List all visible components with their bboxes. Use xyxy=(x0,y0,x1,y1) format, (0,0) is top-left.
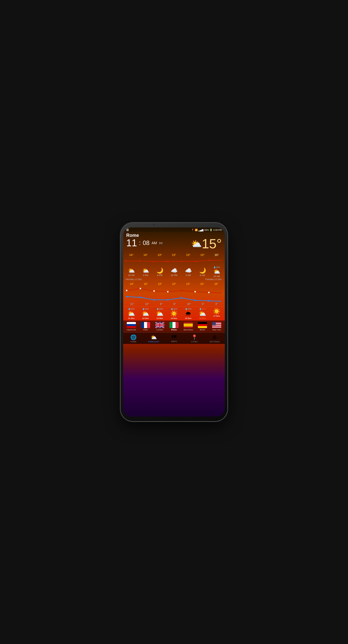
nav-label-forecast: FORECAST xyxy=(148,341,159,343)
daily-low-graph xyxy=(124,293,224,302)
hourly-time-4: 2 AM xyxy=(186,274,191,277)
settings-icon: ⚙ xyxy=(212,334,217,340)
daily-rain-1: 💧40% xyxy=(142,308,149,310)
hourly-time-1: 2 PM xyxy=(143,274,148,277)
city-item-barcelona[interactable]: Barcelona xyxy=(181,322,195,331)
hourly-icon-0: ⛅ xyxy=(128,267,135,274)
svg-point-5 xyxy=(195,261,196,262)
daily-card-3[interactable]: 💧10% ☀️ 14 Dec xyxy=(167,308,181,319)
nav-settings[interactable]: ⚙ SETTINGS xyxy=(204,333,225,344)
camera xyxy=(153,224,155,226)
hourly-time-6: 10 AM xyxy=(213,275,220,278)
temp-2: 13° xyxy=(158,253,162,256)
high-4: 13° xyxy=(186,283,190,285)
daily-card-2[interactable]: 💧55% ⛅ 13 Dec xyxy=(153,308,167,319)
svg-point-14 xyxy=(126,296,128,297)
city-label-ulyanovsk: Ulyanovsk xyxy=(127,329,136,331)
hourly-icon-2: 🌙 xyxy=(156,267,163,274)
home-icon: 🌐 xyxy=(130,334,137,340)
svg-point-17 xyxy=(167,299,169,301)
flag-spain xyxy=(184,322,193,328)
battery-icon: 🔋 xyxy=(210,229,212,231)
city-item-berlin[interactable]: Berlin xyxy=(195,322,210,331)
daily-card-icon-2: ⛅ xyxy=(156,310,164,317)
hourly-icon-5: 🌙 xyxy=(199,267,206,274)
low-3: 6° xyxy=(173,303,176,305)
flag-germany xyxy=(198,322,207,328)
hourly-item-1[interactable]: ⛅ 2 PM xyxy=(139,267,152,277)
hourly-item-2[interactable]: 🌙 6 PM xyxy=(153,267,166,277)
daily-highs-row: 14° 16° 13° 12° 13° 12° 10° xyxy=(124,283,224,285)
low-0: 11° xyxy=(130,303,134,305)
hourly-top-temps: 14° 14° 13° 13° 13° 13° 15° xyxy=(123,253,225,265)
hourly-item-5[interactable]: 🌙 6 AM xyxy=(196,267,209,277)
hourly-row: ⛅ 10 AM ⛅ 2 PM 🌙 6 PM ☁️ 10 PM xyxy=(123,266,225,278)
nav-forecast[interactable]: ⛅ FORECAST xyxy=(144,333,164,344)
svg-rect-35 xyxy=(212,327,221,327)
high-5: 12° xyxy=(200,283,204,285)
low-2: 6° xyxy=(160,303,163,305)
nav-maps[interactable]: 🗺 MAPS xyxy=(164,333,184,344)
flag-uk xyxy=(155,322,164,328)
wifi-icon: 📶 xyxy=(195,229,198,231)
daily-graph-section: 14° 16° 13° 12° 13° 12° 10° xyxy=(123,282,225,305)
high-6: 10° xyxy=(214,283,218,285)
daily-card-1[interactable]: 💧40% ⛅ 12 Dec xyxy=(138,308,153,319)
svg-point-1 xyxy=(139,260,140,262)
svg-point-20 xyxy=(208,300,210,302)
daily-rain-4: 💧75% xyxy=(185,308,192,310)
daily-card-date-1: 12 Dec xyxy=(142,317,149,319)
city-label-barcelona: Barcelona xyxy=(184,329,193,331)
nav-home[interactable]: 🌐 HOME xyxy=(123,333,144,344)
temp-graph-svg xyxy=(123,256,225,264)
daily-card-0[interactable]: 💧50% ⛅ 11 Dec xyxy=(124,308,138,319)
main-temp-section: ⛅ 15° xyxy=(123,236,225,251)
hourly-item-0[interactable]: ⛅ 10 AM xyxy=(125,267,138,277)
hourly-item-3[interactable]: ☁️ 10 PM xyxy=(167,267,181,277)
svg-point-18 xyxy=(181,297,182,299)
phone-frame: 🖼 📍 📶 ▂▄▆ 89% 🔋 2:08 PM Rome 11 : 08 AM xyxy=(121,223,227,421)
city-item-ulyanovsk[interactable]: Ulyanovsk xyxy=(124,322,138,331)
hourly-item-6[interactable]: 💧15% ⛅ 10 AM xyxy=(210,266,223,278)
hourly-item-4[interactable]: ☁️ 2 AM xyxy=(182,267,195,277)
maps-icon: 🗺 xyxy=(171,334,177,340)
daily-lows-row: 11° 12° 6° 6° 10° 5° 3° xyxy=(124,303,224,305)
phone-screen: 🖼 📍 📶 ▂▄▆ 89% 🔋 2:08 PM Rome 11 : 08 AM xyxy=(123,227,225,417)
city-item-newyork[interactable]: New York xyxy=(210,322,224,331)
bottom-nav: 🌐 HOME ⛅ FORECAST 🗺 MAPS 📍 CITIES ⚙ xyxy=(123,332,225,344)
city-label-london: London xyxy=(156,329,163,331)
daily-card-date-5: 16 Dec xyxy=(199,317,206,319)
status-icons: 📍 📶 ▂▄▆ 89% 🔋 2:08 PM xyxy=(191,229,222,231)
hourly-time-5: 6 AM xyxy=(200,274,205,277)
city-item-rome[interactable]: Rome xyxy=(167,322,181,331)
city-label-berlin: Berlin xyxy=(200,329,205,331)
low-4: 10° xyxy=(187,303,191,305)
daily-rain-3: 💧10% xyxy=(171,308,177,310)
city-item-london[interactable]: London xyxy=(153,322,167,331)
daily-card-icon-3: ☀️ xyxy=(170,310,178,317)
svg-point-0 xyxy=(125,260,126,262)
daily-rain-0: 💧50% xyxy=(128,308,135,310)
low-6: 3° xyxy=(215,303,218,305)
hourly-date-row: Monday 11 Dec. Tuesday 12 Dec. xyxy=(123,278,225,281)
svg-point-2 xyxy=(153,261,154,262)
city-item-paris[interactable]: Paris xyxy=(138,322,153,331)
status-bar: 🖼 📍 📶 ▂▄▆ 89% 🔋 2:08 PM xyxy=(123,227,225,232)
nav-cities[interactable]: 📍 CITIES xyxy=(184,333,204,344)
daily-card-icon-4: 🌧 xyxy=(185,310,191,317)
hourly-time-2: 6 PM xyxy=(157,274,162,277)
clock: 2:08 PM xyxy=(213,229,222,231)
main-temperature: 15° xyxy=(202,236,222,251)
low-1: 12° xyxy=(145,303,149,305)
battery-level: 89% xyxy=(204,229,209,231)
city-label-rome: Rome xyxy=(171,329,177,331)
daily-card-4[interactable]: 💧75% 🌧 15 Dec xyxy=(181,308,195,319)
city-selector: Ulyanovsk Paris xyxy=(123,320,225,332)
svg-point-6 xyxy=(209,260,210,261)
daily-card-date-6: 17 Dec xyxy=(213,315,220,317)
location-icon: 📍 xyxy=(191,229,194,231)
daily-card-5[interactable]: 💧35% ⛅ 16 Dec xyxy=(195,308,210,319)
daily-card-6[interactable]: ☀️ 17 Dec xyxy=(210,308,224,319)
signal-icon: ▂▄▆ xyxy=(198,229,203,231)
hourly-section: ⛅ 10 AM ⛅ 2 PM 🌙 6 PM ☁️ 10 PM xyxy=(123,265,225,282)
